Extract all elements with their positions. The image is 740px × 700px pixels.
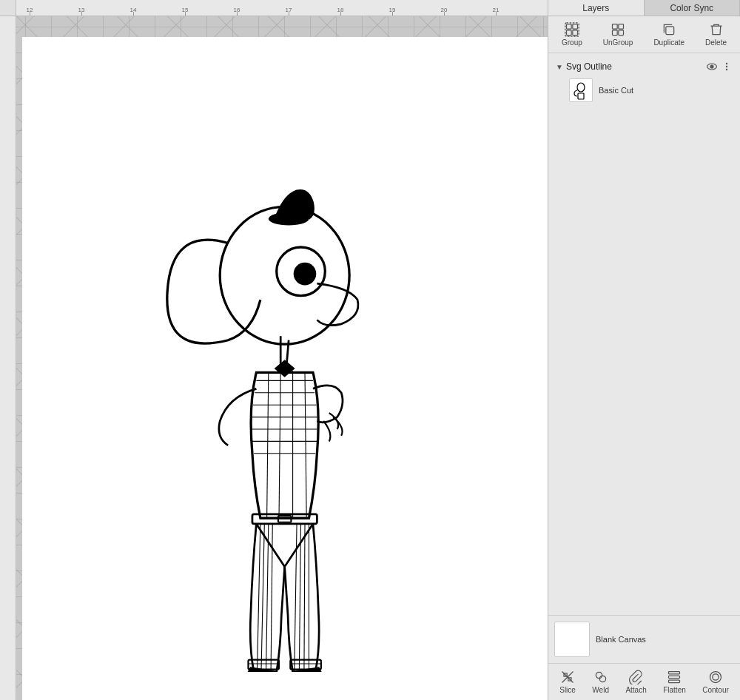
ruler-corner — [0, 0, 16, 16]
svg-point-42 — [599, 676, 605, 682]
tab-layers[interactable]: Layers — [548, 0, 645, 16]
weld-button[interactable]: Weld — [589, 668, 612, 696]
layer-collapse-arrow: ▼ — [556, 63, 563, 71]
ruler-left — [0, 16, 16, 700]
svg-line-10 — [295, 524, 297, 672]
svg-rect-27 — [613, 24, 618, 30]
flatten-button[interactable]: Flatten — [660, 668, 689, 696]
svg-line-6 — [258, 524, 260, 672]
svg-point-3 — [269, 212, 309, 225]
svg-line-8 — [266, 524, 269, 672]
layers-section: ▼ Svg Outline — [548, 53, 740, 615]
svg-line-7 — [261, 524, 264, 672]
canvas-main[interactable] — [0, 0, 548, 700]
svg-point-41 — [596, 672, 602, 678]
svg-rect-22 — [566, 24, 571, 30]
svg-point-33 — [710, 65, 713, 68]
svg-rect-31 — [666, 27, 674, 35]
top-toolbar: Group UnGroup Duplicate Delete — [548, 16, 740, 53]
svg-point-2 — [294, 263, 317, 286]
delete-button[interactable]: Delete — [701, 21, 731, 48]
svg-line-12 — [304, 524, 305, 672]
layer-visibility-toggle[interactable] — [706, 61, 718, 73]
svg-point-0 — [221, 206, 350, 344]
svg-point-37 — [577, 83, 585, 92]
svg-rect-23 — [573, 24, 578, 30]
tabs-bar: Layers Color Sync — [548, 0, 740, 16]
svg-point-35 — [726, 66, 727, 67]
canvas-preview-label: Blank Canvas — [596, 635, 646, 644]
layer-options-icon[interactable] — [721, 61, 733, 73]
svg-rect-44 — [669, 676, 680, 678]
ruler-top: 12 13 14 15 16 17 18 19 20 21 — [16, 0, 548, 16]
layer-thumbnail — [569, 78, 593, 102]
svg-rect-38 — [578, 93, 584, 99]
attach-button[interactable]: Attach — [622, 668, 649, 696]
layer-item-label: Basic Cut — [599, 86, 633, 95]
layer-group-svg-outline: ▼ Svg Outline — [548, 56, 740, 107]
layer-group-title: Svg Outline — [566, 61, 703, 72]
svg-rect-30 — [619, 30, 624, 36]
ungroup-button[interactable]: UnGroup — [599, 21, 638, 48]
svg-point-34 — [726, 63, 727, 64]
svg-rect-26 — [565, 23, 579, 36]
duplicate-button[interactable]: Duplicate — [649, 21, 689, 48]
svg-rect-28 — [619, 24, 624, 30]
layer-group-header[interactable]: ▼ Svg Outline — [554, 58, 734, 75]
group-button[interactable]: Group — [557, 21, 587, 48]
canvas-preview-section: Blank Canvas — [548, 615, 740, 663]
canvas-area: 12 13 14 15 16 17 18 19 20 21 — [0, 0, 548, 700]
right-panel: Layers Color Sync Group UnGroup — [548, 0, 740, 700]
bottom-toolbar: Slice Weld Attach Flatten — [548, 663, 740, 700]
svg-rect-45 — [669, 680, 680, 682]
svg-artwork-container — [22, 37, 548, 700]
artwork-svg — [123, 65, 446, 672]
contour-button[interactable]: Contour — [699, 668, 732, 696]
svg-rect-29 — [613, 30, 618, 36]
svg-rect-25 — [573, 30, 578, 36]
svg-rect-24 — [566, 30, 571, 36]
tab-color-sync[interactable]: Color Sync — [645, 0, 741, 16]
svg-rect-43 — [669, 672, 680, 674]
canvas-preview-thumbnail — [554, 622, 590, 657]
layer-item-basic-cut[interactable]: Basic Cut — [554, 75, 734, 105]
svg-point-36 — [726, 69, 727, 70]
slice-button[interactable]: Slice — [556, 668, 579, 696]
